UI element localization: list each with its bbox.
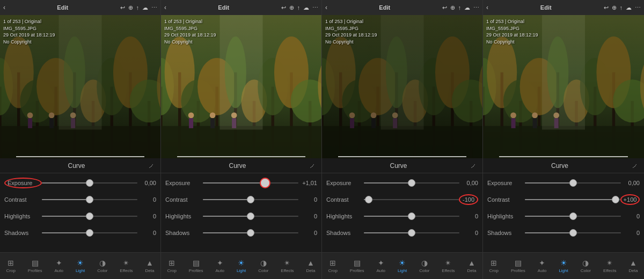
slider-track-contrast[interactable] [203, 192, 298, 207]
svg-rect-27 [28, 118, 32, 128]
topbar-icon-4[interactable]: ⋯ [151, 4, 157, 11]
tool-light[interactable]: ☀Light [559, 259, 568, 273]
curve-icon[interactable]: ⟋ [148, 161, 155, 170]
slider-track-exposure[interactable] [364, 175, 459, 190]
tool-auto[interactable]: ✦Auto [538, 259, 546, 273]
top-bar: ‹Edit↩⊕↑☁⋯ [483, 0, 644, 15]
topbar-icon-0[interactable]: ↩ [442, 4, 447, 11]
tool-light[interactable]: ☀Light [76, 259, 85, 273]
tool-effects[interactable]: ✴Effects [281, 259, 294, 273]
slider-track-highlights[interactable] [364, 209, 459, 224]
topbar-icon-4[interactable]: ⋯ [312, 4, 318, 11]
slider-thumb[interactable] [260, 178, 270, 188]
slider-thumb[interactable] [365, 196, 372, 203]
slider-thumb[interactable] [569, 229, 577, 237]
slider-thumb[interactable] [408, 229, 415, 237]
topbar-icon-2[interactable]: ↑ [297, 4, 301, 11]
slider-track-highlights[interactable] [42, 209, 137, 224]
tool-color[interactable]: ◑Color [97, 259, 107, 273]
topbar-icon-3[interactable]: ☁ [142, 4, 148, 11]
tool-profiles[interactable]: ▤Profiles [28, 259, 42, 273]
slider-track-bg [364, 216, 459, 217]
topbar-icon-4[interactable]: ⋯ [635, 4, 641, 11]
tool-auto[interactable]: ✦Auto [376, 259, 385, 273]
slider-track-contrast[interactable] [525, 192, 620, 207]
back-icon[interactable]: ‹ [164, 4, 166, 11]
topbar-icon-4[interactable]: ⋯ [473, 4, 479, 11]
topbar-icon-3[interactable]: ☁ [626, 4, 632, 11]
back-icon[interactable]: ‹ [3, 4, 5, 11]
topbar-icon-1[interactable]: ⊕ [612, 4, 617, 11]
curve-icon[interactable]: ⟋ [631, 161, 639, 170]
slider-row-exposure: Exposure0,00 [326, 175, 478, 190]
tool-effects[interactable]: ✴Effects [120, 259, 133, 273]
slider-thumb[interactable] [569, 212, 577, 220]
photo-area: 1 of 253 | Original IMG_5595.JPG 29 Oct … [483, 15, 644, 158]
tool-effects[interactable]: ✴Effects [603, 259, 616, 273]
tool-profiles[interactable]: ▤Profiles [350, 259, 364, 273]
slider-thumb[interactable] [86, 212, 93, 220]
slider-track-shadows[interactable] [525, 225, 621, 240]
topbar-icon-1[interactable]: ⊕ [289, 4, 294, 11]
topbar-icon-3[interactable]: ☁ [303, 4, 309, 11]
back-icon[interactable]: ‹ [486, 4, 488, 11]
slider-track-highlights[interactable] [525, 209, 621, 224]
slider-thumb[interactable] [408, 179, 415, 187]
curve-icon[interactable]: ⟋ [470, 161, 477, 170]
slider-section: Exposure0,00Contrast-100Highlights0Shado… [322, 173, 482, 252]
slider-track-contrast[interactable] [42, 192, 137, 207]
tool-icon-effects: ✴ [123, 259, 129, 267]
slider-fill [42, 182, 90, 183]
slider-thumb[interactable] [569, 179, 577, 187]
topbar-icon-2[interactable]: ↑ [458, 4, 462, 11]
curve-label: Curve [166, 162, 309, 170]
tool-crop[interactable]: ⊞Crop [167, 259, 176, 273]
tool-profiles[interactable]: ▤Profiles [189, 259, 203, 273]
slider-thumb[interactable] [408, 212, 415, 220]
topbar-icon-0[interactable]: ↩ [604, 4, 609, 11]
tool-color[interactable]: ◑Color [581, 259, 591, 273]
tool-crop[interactable]: ⊞Crop [489, 259, 499, 273]
tool-deta[interactable]: ▲Deta [306, 259, 316, 273]
curve-icon[interactable]: ⟋ [309, 161, 316, 170]
tool-deta[interactable]: ▲Deta [145, 259, 155, 273]
topbar-icon-2[interactable]: ↑ [620, 4, 623, 11]
topbar-icon-0[interactable]: ↩ [120, 4, 125, 11]
slider-thumb[interactable] [612, 196, 619, 203]
slider-thumb[interactable] [247, 229, 254, 237]
tool-crop[interactable]: ⊞Crop [6, 259, 15, 273]
tool-auto[interactable]: ✦Auto [215, 259, 224, 273]
tool-light[interactable]: ☀Light [237, 259, 246, 273]
slider-thumb[interactable] [247, 212, 254, 220]
slider-track-exposure[interactable] [525, 175, 621, 190]
topbar-icon-2[interactable]: ↑ [136, 4, 140, 11]
svg-point-92 [349, 113, 355, 119]
tool-effects[interactable]: ✴Effects [442, 259, 455, 273]
topbar-icon-3[interactable]: ☁ [464, 4, 470, 11]
slider-thumb[interactable] [86, 196, 93, 203]
slider-track-highlights[interactable] [203, 209, 298, 224]
slider-thumb[interactable] [86, 229, 93, 237]
topbar-icon-0[interactable]: ↩ [281, 4, 286, 11]
slider-track-contrast[interactable] [364, 192, 459, 207]
slider-track-shadows[interactable] [364, 225, 459, 240]
slider-track-shadows[interactable] [42, 225, 137, 240]
topbar-icon-1[interactable]: ⊕ [450, 4, 455, 11]
tool-deta[interactable]: ▲Deta [467, 259, 477, 273]
slider-track-exposure[interactable] [203, 175, 298, 190]
back-icon[interactable]: ‹ [325, 4, 327, 11]
slider-thumb[interactable] [247, 196, 254, 203]
tool-light[interactable]: ☀Light [398, 259, 407, 273]
slider-track-exposure[interactable] [42, 175, 137, 190]
tool-color[interactable]: ◑Color [258, 259, 268, 273]
tool-crop[interactable]: ⊞Crop [328, 259, 337, 273]
tool-auto[interactable]: ✦Auto [54, 259, 63, 273]
tool-color[interactable]: ◑Color [419, 259, 429, 273]
slider-track-shadows[interactable] [203, 225, 298, 240]
topbar-icon-1[interactable]: ⊕ [128, 4, 133, 11]
tool-label-profiles: Profiles [28, 268, 42, 273]
tool-deta[interactable]: ▲Deta [629, 259, 638, 273]
slider-fill [525, 182, 573, 183]
slider-thumb[interactable] [86, 179, 93, 187]
tool-profiles[interactable]: ▤Profiles [511, 259, 525, 273]
